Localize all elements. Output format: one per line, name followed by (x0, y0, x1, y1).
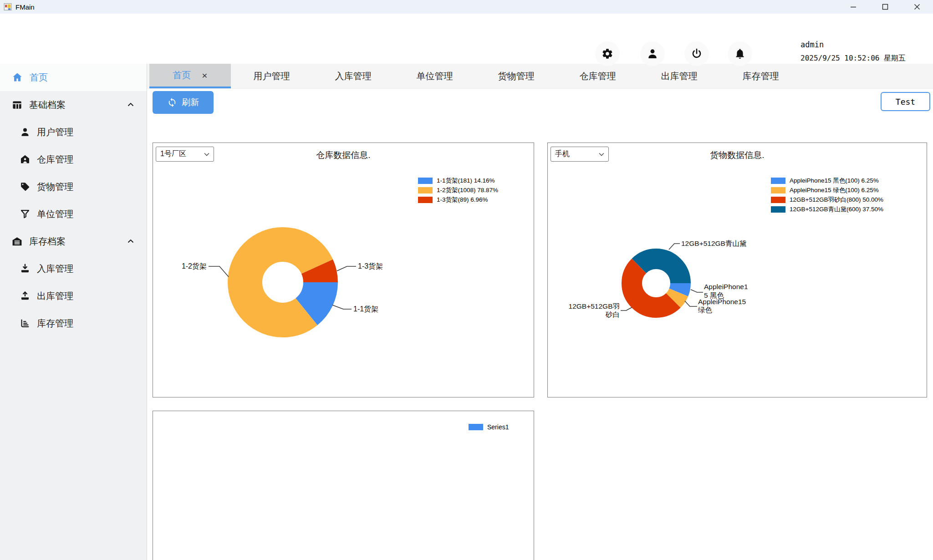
sidebar-item-user-mgmt[interactable]: 用户管理 (0, 118, 147, 146)
user-icon (20, 127, 31, 137)
warehouse-donut-chart: 1-2货架 1-3货架 1-1货架 (153, 143, 534, 396)
svg-text:AppleiPhone1: AppleiPhone1 (704, 283, 748, 290)
tab-label: 首页 (173, 69, 191, 81)
sidebar-item-label: 入库管理 (37, 263, 73, 275)
title-bar: FMain (0, 0, 933, 14)
sidebar: 首页 基础档案 用户管理 仓库管理 (0, 64, 147, 560)
svg-text:绿色: 绿色 (698, 306, 713, 314)
notifications-button[interactable] (728, 41, 752, 66)
tab-warehouse-mgmt[interactable]: 仓库管理 (557, 64, 638, 88)
sidebar-group-label: 库存档案 (29, 235, 66, 248)
tag-icon (20, 181, 31, 192)
svg-text:1-1货架: 1-1货架 (353, 305, 378, 313)
main-area: 首页 × 用户管理 入库管理 单位管理 货物管理 仓库管理 出库管理 库存管理 … (147, 64, 933, 560)
power-icon (691, 48, 703, 60)
outbound-upload-icon (20, 290, 31, 301)
user-info: admin 2025/9/25 10:52:06 星期五 (800, 40, 906, 63)
settings-button[interactable] (595, 41, 620, 66)
tab-page-home: 刷新 Test 1号厂区 仓库数据信息. 1-1货架(181) 14.16% 1… (147, 89, 933, 560)
tab-inbound-mgmt[interactable]: 入库管理 (312, 64, 394, 88)
tab-goods-mgmt[interactable]: 货物管理 (475, 64, 557, 88)
sidebar-group-inventory-archives[interactable]: 库存档案 (0, 228, 147, 255)
close-button[interactable] (901, 0, 933, 14)
username: admin (800, 40, 906, 49)
table-icon (11, 99, 23, 111)
svg-text:1-2货架: 1-2货架 (182, 262, 207, 270)
sidebar-item-outbound-mgmt[interactable]: 出库管理 (0, 282, 147, 310)
sidebar-group-basic-archives[interactable]: 基础档案 (0, 91, 147, 118)
svg-text:1-3货架: 1-3货架 (358, 262, 383, 270)
warehouse-chart-panel: 1号厂区 仓库数据信息. 1-1货架(181) 14.16% 1-2货架(100… (153, 143, 534, 397)
sidebar-item-stock-mgmt[interactable]: 库存管理 (0, 310, 147, 337)
svg-text:AppleiPhone15: AppleiPhone15 (698, 298, 746, 305)
tab-bar: 首页 × 用户管理 入库管理 单位管理 货物管理 仓库管理 出库管理 库存管理 (147, 64, 933, 89)
header-bar: admin 2025/9/25 10:52:06 星期五 (0, 14, 933, 64)
goods-donut-chart: 12GB+512GB青山黛 AppleiPhone1 5 黑色 AppleiPh… (548, 143, 927, 396)
sidebar-item-home[interactable]: 首页 (0, 64, 147, 91)
legend-swatch (469, 424, 483, 430)
chevron-up-icon (126, 100, 136, 110)
sidebar-item-label: 单位管理 (37, 208, 73, 220)
sidebar-item-unit-mgmt[interactable]: 单位管理 (0, 200, 147, 228)
datetime: 2025/9/25 10:52:06 星期五 (800, 54, 906, 63)
minimize-button[interactable] (837, 0, 869, 14)
sidebar-item-inbound-mgmt[interactable]: 入库管理 (0, 255, 147, 282)
svg-text:12GB+512GB羽: 12GB+512GB羽 (569, 302, 620, 310)
refresh-label: 刷新 (182, 97, 199, 108)
bell-icon (734, 48, 746, 60)
chevron-up-icon (126, 236, 136, 246)
home-icon (11, 71, 23, 83)
sidebar-item-label: 出库管理 (37, 290, 73, 302)
tab-home[interactable]: 首页 × (149, 64, 231, 88)
refresh-button[interactable]: 刷新 (153, 91, 214, 114)
tab-outbound-mgmt[interactable]: 出库管理 (638, 64, 720, 88)
sidebar-group-label: 基础档案 (29, 99, 66, 111)
power-button[interactable] (684, 41, 709, 66)
tab-close-icon[interactable]: × (202, 71, 207, 80)
garage-icon (11, 236, 23, 247)
bottom-chart-panel: Series1 (153, 411, 534, 560)
maximize-icon (882, 4, 888, 10)
gear-icon (602, 48, 613, 60)
tab-user-mgmt[interactable]: 用户管理 (231, 64, 312, 88)
sidebar-item-label: 首页 (30, 71, 48, 84)
stock-chart-icon (20, 318, 31, 329)
refresh-icon (167, 97, 177, 107)
svg-text:砂白: 砂白 (605, 311, 620, 318)
legend-item: Series1 (469, 422, 509, 432)
sidebar-item-warehouse-mgmt[interactable]: 仓库管理 (0, 146, 147, 173)
maximize-button[interactable] (869, 0, 901, 14)
sidebar-item-label: 货物管理 (37, 181, 73, 193)
inbound-download-icon (20, 263, 31, 274)
funnel-icon (20, 209, 31, 219)
svg-text:12GB+512GB青山黛: 12GB+512GB青山黛 (681, 239, 746, 247)
sidebar-item-label: 用户管理 (37, 126, 73, 138)
window-controls (837, 0, 933, 14)
close-icon (914, 4, 920, 10)
warehouse-icon (20, 154, 31, 165)
test-button[interactable]: Test (881, 92, 930, 111)
tab-stock-mgmt[interactable]: 库存管理 (720, 64, 801, 88)
user-button[interactable] (640, 41, 665, 66)
goods-chart-panel: 手机 货物数据信息. AppleiPhone15 黑色(100) 6.25% A… (547, 143, 927, 397)
sidebar-item-goods-mgmt[interactable]: 货物管理 (0, 173, 147, 200)
app-icon (4, 3, 12, 11)
window-title: FMain (15, 3, 35, 11)
user-icon (647, 48, 658, 60)
chart-legend: Series1 (469, 422, 509, 432)
sidebar-item-label: 库存管理 (37, 317, 73, 330)
tab-unit-mgmt[interactable]: 单位管理 (394, 64, 475, 88)
sidebar-item-label: 仓库管理 (37, 153, 73, 166)
minimize-icon (850, 4, 857, 10)
